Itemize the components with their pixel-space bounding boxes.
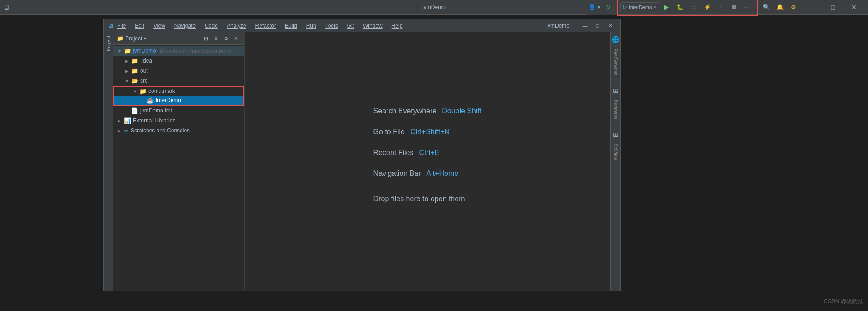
scratches-icon: ✏ — [124, 127, 129, 134]
ide-restore-btn[interactable]: □ — [591, 21, 604, 31]
csdn-watermark: CSDN @晓愦城 — [824, 298, 863, 306]
idea-folder-icon: 📁 — [131, 58, 138, 64]
rest-services-icon[interactable]: 🌐 — [610, 34, 620, 45]
notifications-btn[interactable]: 🔔 — [774, 1, 786, 13]
run-config-dropdown[interactable]: ▷ InterDemo ▾ — [620, 2, 659, 12]
com-itmark-label: com.itmark — [148, 88, 175, 94]
profile-run-btn[interactable]: ⚡ — [701, 1, 714, 13]
rest-services-tab[interactable]: RestServices — [612, 46, 619, 78]
profile-btn[interactable]: 👤 ▾ — [588, 1, 601, 13]
hint-navbar-text: Navigation Bar — [373, 170, 421, 178]
jvmdemo-path: D:\myApps\myprojects\jvmDemo — [160, 48, 232, 53]
project-folder-icon: 📁 — [124, 48, 131, 54]
menu-code[interactable]: Code — [203, 22, 220, 30]
settings-btn[interactable]: ⚙ — [787, 1, 800, 13]
menu-build[interactable]: Build — [283, 22, 299, 30]
menu-view[interactable]: View — [152, 22, 167, 30]
hint-search-text: Search Everywhere — [373, 107, 437, 115]
out-label: out — [140, 68, 148, 74]
sciview-icon[interactable]: ⊞ — [611, 129, 620, 140]
sciview-tab[interactable]: SciView — [612, 141, 619, 162]
menu-file[interactable]: File — [115, 22, 128, 30]
run-config-name: InterDemo — [629, 5, 652, 10]
tree-item-com-itmark[interactable]: ▾ 📁 com.itmark — [113, 86, 244, 96]
stop-btn[interactable]: ⏹ — [728, 1, 741, 13]
tree-item-jvmdemo[interactable]: ▾ 📁 jvmDemo D:\myApps\myprojects\jvmDemo — [113, 46, 244, 56]
more-btn[interactable]: ⋯ — [742, 1, 755, 13]
hint-goto: Go to File Ctrl+Shift+N — [373, 128, 482, 136]
os-titlebar: 🖥 jvmDemo 👤 ▾ ↻ ▷ InterDemo ▾ ▶ 🐛 ☷ ⚡ ⋮ … — [0, 0, 868, 15]
tree-item-interdemo[interactable]: ☕ InterDemo — [113, 96, 244, 106]
hint-search: Search Everywhere Double Shift — [373, 107, 482, 115]
project-tree: ▾ 📁 jvmDemo D:\myApps\myprojects\jvmDemo… — [113, 45, 244, 291]
ide-win-controls: — □ ✕ — [579, 21, 617, 31]
dropdown-chevron-icon: ▾ — [654, 5, 656, 10]
close-btn[interactable]: ✕ — [843, 0, 864, 15]
hint-navbar-shortcut: Alt+Home — [427, 170, 459, 178]
tree-item-scratches[interactable]: ▶ ✏ Scratches and Consoles — [113, 126, 244, 136]
expand-arrow-libs: ▶ — [117, 118, 122, 123]
maximize-btn[interactable]: □ — [823, 0, 843, 15]
menu-window[interactable]: Window — [361, 22, 384, 30]
hint-search-shortcut: Double Shift — [442, 107, 481, 115]
sort-btn[interactable]: ≡ — [211, 34, 221, 43]
database-icon[interactable]: ⊞ — [611, 85, 620, 96]
menu-run[interactable]: Run — [304, 22, 318, 30]
menu-edit[interactable]: Edit — [133, 22, 146, 30]
os-win-controls: — □ ✕ — [802, 0, 864, 15]
scratches-label: Scratches and Consoles — [131, 127, 190, 134]
expand-arrow-out: ▶ — [124, 68, 129, 73]
settings-panel-btn[interactable]: ⚙ — [221, 34, 230, 43]
search-everywhere-btn[interactable]: 🔍 — [760, 1, 773, 13]
tree-item-src[interactable]: ▾ 📂 src — [113, 76, 244, 86]
menu-help[interactable]: Help — [390, 22, 405, 30]
minimize-btn[interactable]: — — [802, 0, 823, 15]
project-tab-label[interactable]: Project — [105, 34, 112, 53]
debug-btn[interactable]: 🐛 — [674, 1, 687, 13]
menu-analyze[interactable]: Analyze — [225, 22, 248, 30]
expand-arrow-jvmdemo: ▾ — [117, 49, 122, 53]
right-panel: 🌐 RestServices ⊞ Database ⊞ SciView — [610, 32, 620, 291]
com-folder-icon: 📁 — [139, 88, 147, 95]
hint-drop: Drop files here to open them — [373, 190, 482, 203]
tree-item-iml[interactable]: 📄 jvmDemo.iml — [113, 106, 244, 116]
menu-navigate[interactable]: Navigate — [172, 22, 197, 30]
hint-drop-text: Drop files here to open them — [373, 195, 465, 203]
menu-tools[interactable]: Tools — [324, 22, 340, 30]
tree-item-ext-libs[interactable]: ▶ 📊 External Libraries — [113, 116, 244, 126]
more-run-btn[interactable]: ⋮ — [715, 1, 727, 13]
tree-item-out[interactable]: ▶ 📁 out — [113, 66, 244, 76]
dropdown-arrow-icon: ▾ — [144, 36, 146, 41]
menu-refactor[interactable]: Refactor — [254, 22, 278, 30]
right-toolbar: 🔍 🔔 ⚙ — [758, 0, 802, 15]
interdemo-label: InterDemo — [156, 97, 181, 103]
database-tab[interactable]: Database — [612, 97, 619, 122]
os-title: jvmDemo — [290, 4, 577, 10]
run-config-icon: ▷ — [623, 4, 627, 10]
run-btn[interactable]: ▶ — [660, 1, 673, 13]
project-sidebar-tab[interactable]: Project — [104, 32, 113, 291]
folder-icon: 📁 — [117, 35, 123, 42]
outer-toolbar: 👤 ▾ ↻ — [587, 0, 617, 15]
close-panel-btn[interactable]: ✕ — [231, 34, 240, 43]
jvmdemo-label: jvmDemo — [133, 48, 156, 54]
hint-goto-shortcut: Ctrl+Shift+N — [410, 128, 450, 136]
hint-navbar: Navigation Bar Alt+Home — [373, 170, 482, 178]
update-btn[interactable]: ↻ — [602, 1, 615, 13]
panel-icons: ⊟ ≡ ⚙ ✕ — [201, 34, 240, 43]
out-folder-icon: 📁 — [131, 68, 138, 74]
hint-recent-shortcut: Ctrl+E — [419, 149, 440, 157]
inner-toolbar: ▷ InterDemo ▾ ▶ 🐛 ☷ ⚡ ⋮ ⏹ ⋯ — [618, 0, 756, 15]
ide-body: Project 📁 Project ▾ ⊟ ≡ ⚙ ✕ — [104, 32, 620, 291]
ide-titlebar: 🖥 File Edit View Navigate Code Analyze R… — [104, 19, 620, 32]
coverage-btn[interactable]: ☷ — [687, 1, 700, 13]
ide-minimize-btn[interactable]: — — [579, 21, 591, 31]
ide-close-btn[interactable]: ✕ — [604, 21, 617, 31]
hint-recent: Recent Files Ctrl+E — [373, 149, 482, 157]
project-panel-title: 📁 Project ▾ — [117, 35, 146, 42]
menu-git[interactable]: Git — [345, 22, 356, 30]
tree-item-idea[interactable]: ▶ 📁 .idea — [113, 56, 244, 66]
expand-arrow-scratches: ▶ — [117, 128, 122, 133]
libs-icon: 📊 — [124, 117, 131, 124]
collapse-all-btn[interactable]: ⊟ — [201, 34, 211, 43]
